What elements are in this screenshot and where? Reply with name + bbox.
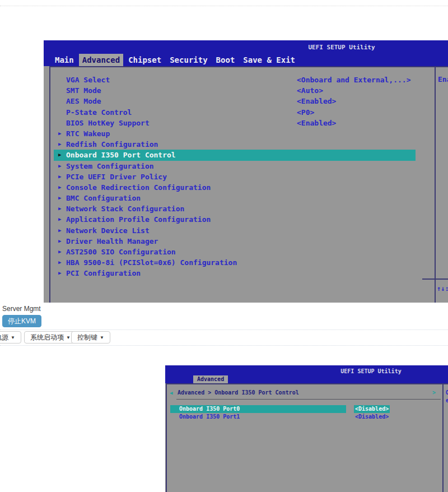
hotkey-bar-divider [422,279,448,280]
bios-submenu-screen: UEFI SETUP Utility Advanced ◀ Advanced >… [165,365,448,492]
bios-option-row[interactable]: ▶ HBA 9500-8i (PCISlot=0x6) Configuratio… [54,257,416,268]
option-value: <Enabled> [297,118,336,128]
option-label: Driver Health Manager [66,236,158,247]
option-label: Redfish Configuration [66,139,158,150]
bios-main-screen: UEFI SETUP Utility Main Advanced Chipset… [44,40,448,303]
help-panel-divider [435,67,436,303]
option-label: Network Stack Configuration [66,203,184,214]
option-label: Onboard I350 Port0 [179,405,240,413]
option-value: <Enabled> [297,96,336,106]
option-value: <Auto> [297,85,323,96]
bios-option-row[interactable]: Onboard I350 Port1 <Disabled> [170,413,346,421]
submenu-arrow-icon: ▶ [58,214,61,225]
bios-options-list: ▶ VGA Select <Onboard and External,...> … [54,75,416,279]
bios-option-row[interactable]: ▶ BIOS HotKey Support <Enabled> [54,118,416,128]
option-label: PCIe UEFI Driver Policy [66,171,167,182]
menu-tab[interactable]: Security [166,54,211,66]
menu-tab-label: Chipset [128,55,161,64]
menu-tab-label: Main [55,55,74,64]
submenu-arrow-icon: ▶ [58,247,61,257]
bios-option-row[interactable]: ▶ System Configuration [54,161,416,171]
bios-option-row[interactable]: ▶ Console Redirection Configuration [54,182,416,193]
help-text: Ena [438,75,448,83]
chevron-down-icon: ▼ [66,335,71,340]
submenu-arrow-icon: ▶ [58,171,61,182]
submenu-arrow-icon: ▶ [58,268,61,279]
bios-option-row[interactable]: ▶ Redfish Configuration [54,139,416,150]
bios-option-row[interactable]: ▶ AES Mode <Enabled> [54,96,416,106]
power-menu-button[interactable]: 电源▼ [0,331,21,344]
option-label: BIOS HotKey Support [66,118,150,128]
stop-kvm-button[interactable]: 停止KVM [2,315,41,327]
bios-option-row[interactable]: ▶ BMC Configuration [54,193,416,203]
menu-tab-label: Boot [216,55,235,64]
breadcrumb-back-icon[interactable]: ◀ [170,390,172,396]
bios-header-bar: UEFI SETUP Utility Advanced [165,365,448,383]
menu-tab[interactable]: Chipset [125,54,165,66]
submenu-arrow-icon: ▶ [58,236,61,247]
menu-tab[interactable]: Main [52,54,77,66]
option-label: System Configuration [66,161,154,171]
control-keys-menu-label: 控制键 [77,333,97,341]
option-value: <P0> [297,107,314,118]
toolbar-divider [0,329,448,330]
menu-tab[interactable]: Save & Exit [240,54,298,66]
bios-option-row[interactable]: ▶ VGA Select <Onboard and External,...> [54,75,416,85]
option-label: PCI Configuration [66,268,141,279]
option-label: BMC Configuration [66,193,141,203]
bios-option-row[interactable]: ▶ Network Stack Configuration [54,203,416,214]
option-label: Application Profile Configuration [66,214,211,225]
help-panel-divider [442,384,444,492]
bios-option-row[interactable]: ▶ Network Device List [54,225,416,236]
bios-option-row[interactable]: Onboard I350 Port0 <Disabled> [170,405,346,413]
option-label: Onboard I350 Port Control [66,150,176,160]
power-menu-label: 电源 [0,333,8,341]
bios-option-row[interactable]: ▶ PCI Configuration [54,268,416,279]
option-label: AES Mode [66,96,101,106]
submenu-arrow-icon: ▶ [58,225,61,236]
chevron-down-icon: ▼ [100,335,104,340]
menu-tab-label: Save & Exit [243,55,295,64]
boot-options-menu-button[interactable]: 系统启动项▼ [24,331,77,344]
submenu-arrow-icon: ▶ [58,257,61,268]
bios-options-list: Onboard I350 Port0 <Disabled> Onboard I3… [170,405,346,421]
bios-menubar: Main Advanced Chipset Security Boot Save… [52,54,298,66]
option-label: Network Device List [66,225,150,236]
option-value: <Disabled> [354,413,390,421]
bios-option-row[interactable]: ▶ PCIe UEFI Driver Policy [54,171,416,182]
breadcrumb: Advanced > Onboard I350 Port Control [178,389,299,396]
menu-tab-label: Security [170,55,207,64]
help-text-line: e [446,397,448,405]
menu-tab-label: Advanced [82,55,120,64]
updown-keys-icon: ↑↓: [437,285,448,293]
submenu-arrow-icon: ▶ [58,161,61,171]
submenu-arrow-icon: ▶ [58,182,61,193]
bios-option-row[interactable]: ▶ P-State Control <P0> [54,107,416,118]
option-value: <Onboard and External,...> [297,75,411,85]
bios-header-bar: UEFI SETUP Utility Main Advanced Chipset… [44,40,448,66]
bios-option-row[interactable]: ▶ RTC Wakeup [54,128,416,139]
toolbar-divider [0,345,448,346]
control-keys-menu-button[interactable]: 控制键▼ [71,331,110,344]
bios-option-row[interactable]: ▶ AST2500 SIO Configuration [54,247,416,257]
tab-advanced[interactable]: Advanced [193,375,228,383]
bios-title: UEFI SETUP Utility [302,44,381,51]
menu-tab[interactable]: Advanced [79,54,123,66]
bios-option-row[interactable]: ▶ Onboard I350 Port Control [54,150,416,160]
submenu-arrow-icon: ▶ [58,193,61,203]
submenu-arrow-icon: ▶ [58,128,61,139]
option-label: SMT Mode [66,85,101,96]
submenu-arrow-icon: ▶ [58,150,61,160]
bios-option-row[interactable]: ▶ SMT Mode <Auto> [54,85,416,96]
help-text: O e [446,389,448,405]
submenu-arrow-icon: ▶ [58,139,61,150]
bios-option-row[interactable]: ▶ Driver Health Manager [54,236,416,247]
breadcrumb-forward-icon[interactable]: > [432,389,436,396]
option-value: <Disabled> [354,405,390,413]
bios-body-panel: ◀ Advanced > Onboard I350 Port Control >… [166,383,448,492]
bios-body-panel: ▶ VGA Select <Onboard and External,...> … [49,66,448,303]
bios-option-row[interactable]: ▶ Application Profile Configuration [54,214,416,225]
menu-tab[interactable]: Boot [213,54,239,66]
option-label: VGA Select [66,75,110,85]
boot-options-menu-label: 系统启动项 [30,333,64,341]
